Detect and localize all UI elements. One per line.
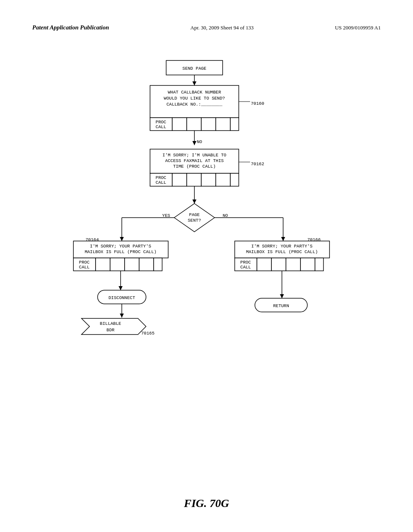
svg-rect-71 (300, 258, 315, 271)
svg-text:CALL: CALL (240, 265, 251, 270)
svg-text:SENT?: SENT? (188, 218, 201, 223)
figure-caption: FIG. 70G (0, 497, 413, 510)
svg-marker-37 (174, 204, 215, 232)
svg-rect-59 (125, 258, 139, 271)
svg-text:WOULD YOU LIKE TO SEND?: WOULD YOU LIKE TO SEND? (164, 96, 225, 101)
patent-number: US 2009/0109959 A1 (335, 25, 381, 31)
svg-rect-61 (154, 258, 162, 271)
svg-text:NO: NO (197, 139, 202, 144)
svg-rect-70 (286, 258, 300, 271)
publication-label: Patent Application Publication (32, 24, 109, 31)
flowchart-svg: text { font-family: 'Courier New', Couri… (41, 52, 372, 496)
page-header: Patent Application Publication Apr. 30, … (32, 24, 381, 31)
svg-rect-58 (110, 258, 125, 271)
svg-text:PROC: PROC (79, 260, 90, 265)
svg-rect-69 (271, 258, 286, 271)
svg-text:PROC: PROC (156, 175, 167, 180)
svg-marker-47 (281, 237, 285, 241)
svg-rect-68 (257, 258, 271, 271)
svg-text:NO: NO (223, 213, 228, 218)
svg-text:MAILBOX IS FULL (PROC CALL): MAILBOX IS FULL (PROC CALL) (85, 249, 156, 254)
svg-marker-3 (192, 81, 196, 85)
svg-text:BDR: BDR (106, 328, 115, 332)
svg-rect-57 (96, 258, 110, 271)
svg-text:TIME (PROC CALL): TIME (PROC CALL) (173, 164, 216, 169)
svg-rect-14 (216, 118, 230, 131)
svg-text:BILLABLE: BILLABLE (100, 321, 121, 326)
svg-text:SEND PAGE: SEND PAGE (182, 66, 206, 71)
svg-rect-29 (187, 173, 201, 186)
diagram-area: text { font-family: 'Courier New', Couri… (0, 52, 413, 500)
svg-text:PROC: PROC (156, 120, 167, 125)
svg-marker-76 (280, 294, 284, 298)
svg-marker-36 (192, 200, 196, 204)
svg-rect-12 (187, 118, 201, 131)
page: Patent Application Publication Apr. 30, … (0, 0, 413, 532)
svg-text:CALL: CALL (79, 265, 90, 270)
svg-text:WHAT CALLBACK NUMBER: WHAT CALLBACK NUMBER (168, 90, 221, 95)
svg-text:ACCESS FAXMAIL AT THIS: ACCESS FAXMAIL AT THIS (165, 158, 224, 163)
svg-text:RETURN: RETURN (273, 303, 289, 308)
svg-text:CALL: CALL (156, 180, 166, 185)
svg-rect-32 (230, 173, 239, 186)
svg-text:70165: 70165 (141, 331, 154, 336)
svg-rect-15 (230, 118, 239, 131)
sheet-info: Apr. 30, 2009 Sheet 94 of 133 (190, 25, 254, 31)
svg-rect-13 (201, 118, 216, 131)
svg-text:I'M SORRY; I'M UNABLE TO: I'M SORRY; I'M UNABLE TO (163, 153, 227, 158)
svg-text:70160: 70160 (251, 101, 264, 106)
svg-marker-19 (192, 141, 196, 145)
svg-rect-30 (201, 173, 216, 186)
svg-text:YES: YES (162, 213, 170, 218)
svg-text:I'M SORRY; YOUR PARTY'S: I'M SORRY; YOUR PARTY'S (90, 244, 151, 249)
svg-text:I'M SORRY; YOUR PARTY'S: I'M SORRY; YOUR PARTY'S (251, 244, 313, 249)
svg-marker-44 (120, 237, 124, 241)
svg-text:70162: 70162 (251, 162, 264, 166)
svg-text:CALL: CALL (156, 125, 166, 129)
svg-text:PAGE: PAGE (189, 212, 200, 217)
svg-rect-28 (172, 173, 187, 186)
svg-rect-11 (172, 118, 187, 131)
svg-rect-60 (139, 258, 154, 271)
svg-marker-83 (120, 314, 124, 318)
svg-text:MAILBOX IS FULL (PROC CALL): MAILBOX IS FULL (PROC CALL) (246, 249, 318, 254)
svg-rect-72 (315, 258, 323, 271)
svg-text:PROC: PROC (240, 260, 251, 265)
svg-text:CALLBACK NO.:________: CALLBACK NO.:________ (167, 102, 223, 107)
svg-marker-74 (119, 286, 123, 290)
svg-text:DISCONNECT: DISCONNECT (108, 295, 135, 300)
svg-rect-31 (216, 173, 230, 186)
